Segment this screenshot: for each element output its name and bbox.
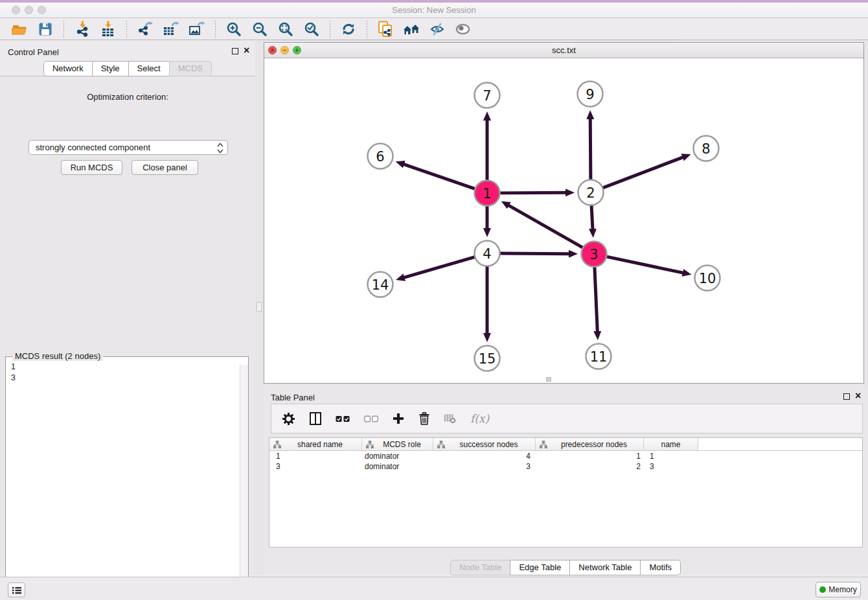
graph-edge-3-11[interactable] bbox=[595, 267, 597, 332]
column-label: MCDS role bbox=[375, 440, 429, 449]
network-window-titlebar[interactable]: × − + scc.txt bbox=[264, 43, 863, 58]
column-header-successor-nodes[interactable]: successor nodes bbox=[433, 438, 536, 450]
titlebar[interactable]: Session: New Session bbox=[0, 3, 868, 18]
cell-predecessor-nodes[interactable]: 2 bbox=[536, 461, 644, 472]
show-graphics-details-icon[interactable] bbox=[453, 20, 473, 38]
table-toolbar: f(x) bbox=[271, 404, 863, 433]
column-header-name[interactable]: name bbox=[644, 438, 698, 450]
show-columns-icon[interactable] bbox=[310, 412, 321, 425]
tab-mcds[interactable]: MCDS bbox=[169, 61, 212, 76]
mcds-result-box: MCDS result (2 nodes) 13 bbox=[5, 356, 249, 600]
maximize-traffic-light[interactable] bbox=[38, 6, 46, 14]
panel-splitter-handle[interactable] bbox=[257, 302, 262, 312]
graph-edge-2-8[interactable] bbox=[603, 157, 683, 188]
zoom-in-icon[interactable] bbox=[224, 20, 244, 38]
run-mcds-button[interactable]: Run MCDS bbox=[61, 160, 122, 175]
table-settings-icon[interactable] bbox=[282, 412, 295, 426]
tab-style[interactable]: Style bbox=[92, 61, 129, 76]
import-table-icon[interactable] bbox=[98, 20, 118, 38]
graph-edge-4-3[interactable] bbox=[500, 253, 569, 254]
column-header-mcds-role[interactable]: MCDS role bbox=[362, 438, 433, 450]
graph-node-label-9: 9 bbox=[586, 87, 594, 102]
zoom-selected-icon[interactable] bbox=[302, 20, 321, 38]
optimization-criterion-select[interactable]: strongly connected component bbox=[29, 140, 228, 155]
close-panel-button[interactable]: Close panel bbox=[131, 160, 198, 175]
hierarchy-icon bbox=[437, 441, 445, 448]
graph-edge-3-10[interactable] bbox=[607, 257, 683, 273]
mcds-result-item: 3 bbox=[11, 373, 16, 384]
column-header-predecessor-nodes[interactable]: predecessor nodes bbox=[536, 438, 644, 450]
tab-edge-table[interactable]: Edge Table bbox=[510, 560, 570, 575]
mcds-result-list[interactable]: 13 bbox=[11, 362, 16, 384]
cell-successor-nodes[interactable]: 4 bbox=[433, 451, 536, 461]
minimize-traffic-light[interactable] bbox=[25, 6, 33, 14]
tab-select[interactable]: Select bbox=[128, 61, 170, 76]
canvas-scrollbar-handle[interactable] bbox=[546, 377, 551, 382]
graph-edge-1-2[interactable] bbox=[500, 192, 566, 193]
table-row-1[interactable]: 1dominator411 bbox=[269, 451, 862, 461]
cell-shared-name[interactable]: 1 bbox=[269, 451, 362, 461]
cell-successor-nodes[interactable]: 3 bbox=[433, 461, 536, 472]
cell-name[interactable]: 1 bbox=[644, 451, 698, 461]
network-canvas[interactable]: 7968124314101511 bbox=[264, 58, 863, 383]
result-scrollbar-track[interactable] bbox=[240, 365, 248, 600]
close-table-panel-icon[interactable]: × bbox=[855, 389, 861, 402]
graph-node-label-7: 7 bbox=[483, 88, 491, 104]
delete-columns-icon[interactable] bbox=[444, 413, 456, 424]
graph-edge-1-6[interactable] bbox=[404, 164, 475, 189]
tab-node-table[interactable]: Node Table bbox=[450, 560, 511, 575]
zoom-out-icon[interactable] bbox=[250, 20, 269, 38]
import-network-icon[interactable] bbox=[73, 20, 92, 38]
delete-row-icon[interactable] bbox=[418, 412, 430, 425]
graph-node-label-11: 11 bbox=[590, 349, 608, 365]
network-graph: 7968124314101511 bbox=[264, 58, 863, 383]
graph-node-label-15: 15 bbox=[479, 351, 496, 367]
export-image-icon[interactable] bbox=[187, 20, 207, 38]
memory-status-dot bbox=[819, 586, 826, 593]
graph-edge-3-1[interactable] bbox=[508, 205, 583, 248]
graph-edge-2-3[interactable] bbox=[591, 205, 593, 229]
export-table-icon[interactable] bbox=[161, 20, 181, 38]
tab-network-table[interactable]: Network Table bbox=[569, 560, 641, 575]
save-session-icon[interactable] bbox=[36, 20, 55, 38]
show-panel-list-button[interactable] bbox=[8, 583, 25, 597]
cell-predecessor-nodes[interactable]: 1 bbox=[536, 451, 644, 461]
refresh-view-icon[interactable] bbox=[339, 20, 358, 38]
open-session-icon[interactable] bbox=[10, 20, 29, 38]
header-filler bbox=[698, 438, 862, 450]
graph-edge-2-9[interactable] bbox=[590, 119, 591, 179]
tab-motifs[interactable]: Motifs bbox=[640, 560, 681, 575]
show-all-networks-icon[interactable] bbox=[402, 20, 421, 38]
network-maximize-traffic-light[interactable]: + bbox=[293, 46, 301, 54]
cell-shared-name[interactable]: 3 bbox=[269, 461, 362, 472]
select-all-icon[interactable] bbox=[336, 415, 350, 422]
cell-name[interactable]: 3 bbox=[644, 461, 698, 472]
deselect-all-icon[interactable] bbox=[364, 415, 378, 422]
float-panel-icon[interactable] bbox=[232, 48, 238, 54]
zoom-fit-icon[interactable] bbox=[276, 20, 295, 38]
hierarchy-icon bbox=[366, 441, 374, 448]
cell-mcds-role[interactable]: dominator bbox=[362, 451, 433, 461]
graph-edge-4-14[interactable] bbox=[404, 257, 474, 278]
cell-mcds-role[interactable]: dominator bbox=[362, 461, 433, 472]
copy-current-network-icon[interactable] bbox=[376, 20, 395, 38]
mcds-panel-body: Optimization criterion: strongly connect… bbox=[0, 76, 255, 575]
hierarchy-icon bbox=[273, 441, 281, 448]
export-network-icon[interactable] bbox=[135, 20, 155, 38]
close-traffic-light[interactable] bbox=[12, 6, 20, 14]
table-row-2[interactable]: 3dominator323 bbox=[269, 461, 862, 472]
toolbar-separator bbox=[215, 21, 216, 38]
tab-network[interactable]: Network bbox=[43, 61, 93, 76]
memory-button[interactable]: Memory bbox=[816, 582, 861, 597]
column-header-shared-name[interactable]: shared name bbox=[269, 438, 362, 450]
column-label: predecessor nodes bbox=[549, 440, 639, 449]
add-row-icon[interactable] bbox=[393, 413, 404, 424]
hide-graphics-details-icon[interactable] bbox=[428, 20, 447, 38]
network-minimize-traffic-light[interactable]: − bbox=[280, 46, 289, 54]
column-label: shared name bbox=[282, 440, 358, 449]
graph-node-label-2: 2 bbox=[586, 185, 595, 201]
apply-function-icon[interactable]: f(x) bbox=[470, 412, 489, 425]
close-panel-icon[interactable]: × bbox=[244, 44, 249, 57]
float-table-panel-icon[interactable] bbox=[843, 393, 850, 400]
network-close-traffic-light[interactable]: × bbox=[268, 46, 277, 54]
